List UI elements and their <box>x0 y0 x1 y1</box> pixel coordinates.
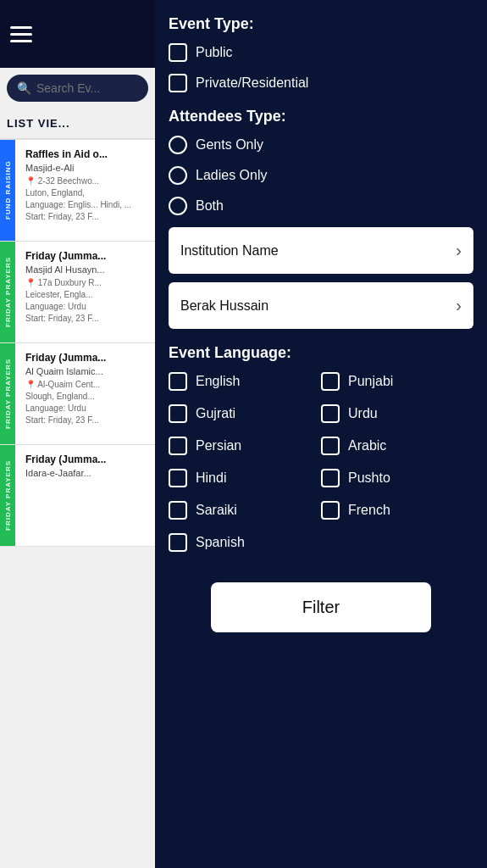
list-panel: 🔍 LIST VIE... FUND RAISING Raffles in Ai… <box>0 0 155 868</box>
attendees-both-label: Both <box>196 198 224 214</box>
event-type-private-checkbox[interactable] <box>169 74 187 92</box>
event-language: Language: Urdu <box>25 301 148 313</box>
organizer-selector[interactable]: Berak Hussain › <box>169 282 473 329</box>
attendees-ladies-radio[interactable] <box>169 166 187 185</box>
lang-arabic-checkbox[interactable] <box>321 437 340 455</box>
event-address: 📍 Al-Quaim Cent... <box>25 379 148 391</box>
institution-name-label: Institution Name <box>180 243 279 259</box>
event-language-section-title: Event Language: <box>169 344 473 362</box>
lang-hindi-label: Hindi <box>196 470 226 486</box>
event-address: 📍 2-32 Beechwo... <box>25 175 148 187</box>
lang-spanish-item[interactable]: Spanish <box>169 533 321 552</box>
lang-arabic-item[interactable]: Arabic <box>321 437 473 455</box>
attendees-gents-label: Gents Only <box>196 137 263 153</box>
language-grid: English Punjabi Gujrati Urdu Persian Ara… <box>169 372 473 565</box>
attendees-gents-radio[interactable] <box>169 136 187 154</box>
event-language: Language: Urdu <box>25 403 148 415</box>
event-type-badge: FRIDAY PRAYERS <box>0 343 15 444</box>
list-item[interactable]: FUND RAISING Raffles in Aid o... Masjid-… <box>0 140 155 242</box>
event-title: Friday (Jumma... <box>25 453 148 465</box>
pin-icon: 📍 <box>25 380 36 389</box>
lang-hindi-checkbox[interactable] <box>169 469 187 487</box>
filter-button[interactable]: Filter <box>211 582 431 632</box>
lang-french-checkbox[interactable] <box>321 501 340 520</box>
lang-french-label: French <box>348 503 390 518</box>
lang-urdu-checkbox[interactable] <box>321 404 340 423</box>
list-item[interactable]: FRIDAY PRAYERS Friday (Jumma... Al Quaim… <box>0 343 155 445</box>
lang-urdu-item[interactable]: Urdu <box>321 404 473 423</box>
event-title: Friday (Jumma... <box>25 352 148 364</box>
lang-gujrati-item[interactable]: Gujrati <box>169 404 321 423</box>
lang-persian-checkbox[interactable] <box>169 437 187 455</box>
attendees-both-row[interactable]: Both <box>169 197 473 215</box>
hamburger-menu[interactable] <box>10 26 32 42</box>
event-venue: Masjid-e-Ali <box>25 163 148 173</box>
lang-saraiki-checkbox[interactable] <box>169 501 187 520</box>
lang-punjabi-checkbox[interactable] <box>321 372 340 391</box>
event-address: 📍 17a Duxbury R... <box>25 277 148 289</box>
pin-icon: 📍 <box>25 278 36 287</box>
event-city: Luton, England, <box>25 187 148 199</box>
institution-chevron-icon: › <box>456 241 462 260</box>
lang-english-checkbox[interactable] <box>169 372 187 391</box>
lang-gujrati-checkbox[interactable] <box>169 404 187 423</box>
list-item[interactable]: FRIDAY PRAYERS Friday (Jumma... Idara-e-… <box>0 445 155 547</box>
event-title: Friday (Jumma... <box>25 250 148 262</box>
event-start: Start: Friday, 23 F... <box>25 211 148 223</box>
event-type-public-row[interactable]: Public <box>169 43 473 62</box>
attendees-type-section-title: Attendees Type: <box>169 108 473 125</box>
lang-english-item[interactable]: English <box>169 372 321 391</box>
event-title: Raffles in Aid o... <box>25 148 148 160</box>
pin-icon: 📍 <box>25 176 36 186</box>
filter-panel: Event Type: Public Private/Residential A… <box>155 0 487 868</box>
list-item[interactable]: FRIDAY PRAYERS Friday (Jumma... Masjid A… <box>0 242 155 343</box>
event-venue: Masjid Al Husayn... <box>25 264 148 275</box>
event-type-section-title: Event Type: <box>169 15 473 33</box>
attendees-both-radio[interactable] <box>169 197 187 215</box>
organizer-chevron-icon: › <box>456 296 462 315</box>
lang-french-item[interactable]: French <box>321 501 473 520</box>
lang-spanish-label: Spanish <box>196 535 245 550</box>
lang-saraiki-item[interactable]: Saraiki <box>169 501 321 520</box>
lang-persian-item[interactable]: Persian <box>169 437 321 455</box>
lang-gujrati-label: Gujrati <box>196 406 235 421</box>
event-language: Language: Englis... Hindi, ... <box>25 199 148 211</box>
event-start: Start: Friday, 23 F... <box>25 415 148 426</box>
lang-pushto-item[interactable]: Pushto <box>321 469 473 487</box>
event-venue: Idara-e-Jaafar... <box>25 468 148 478</box>
lang-saraiki-label: Saraiki <box>196 503 237 518</box>
lang-punjabi-item[interactable]: Punjabi <box>321 372 473 391</box>
event-city: Slough, England... <box>25 391 148 403</box>
institution-name-selector[interactable]: Institution Name › <box>169 227 473 274</box>
lang-pushto-label: Pushto <box>348 470 390 486</box>
lang-persian-label: Persian <box>196 438 241 453</box>
event-type-private-label: Private/Residential <box>196 75 308 91</box>
search-bar[interactable]: 🔍 <box>7 75 148 102</box>
lang-pushto-checkbox[interactable] <box>321 469 340 487</box>
lang-arabic-label: Arabic <box>348 438 386 453</box>
search-icon: 🔍 <box>17 81 31 95</box>
event-type-badge: FRIDAY PRAYERS <box>0 445 15 546</box>
event-city: Leicester, Engla... <box>25 289 148 301</box>
lang-spanish-checkbox[interactable] <box>169 533 187 552</box>
list-view-label: LIST VIE... <box>0 108 155 140</box>
event-type-public-checkbox[interactable] <box>169 43 187 62</box>
event-type-badge: FUND RAISING <box>0 140 15 241</box>
list-header <box>0 0 155 68</box>
attendees-gents-row[interactable]: Gents Only <box>169 136 473 154</box>
event-type-private-row[interactable]: Private/Residential <box>169 74 473 92</box>
search-input[interactable] <box>36 81 121 95</box>
lang-punjabi-label: Punjabi <box>348 374 393 389</box>
lang-english-label: English <box>196 374 240 389</box>
lang-hindi-item[interactable]: Hindi <box>169 469 321 487</box>
event-type-public-label: Public <box>196 45 233 60</box>
event-start: Start: Friday, 23 F... <box>25 313 148 325</box>
lang-urdu-label: Urdu <box>348 406 378 421</box>
event-venue: Al Quaim Islamic... <box>25 366 148 376</box>
attendees-ladies-label: Ladies Only <box>196 168 268 183</box>
event-type-badge: FRIDAY PRAYERS <box>0 242 15 342</box>
attendees-ladies-row[interactable]: Ladies Only <box>169 166 473 185</box>
organizer-label: Berak Hussain <box>180 298 268 314</box>
